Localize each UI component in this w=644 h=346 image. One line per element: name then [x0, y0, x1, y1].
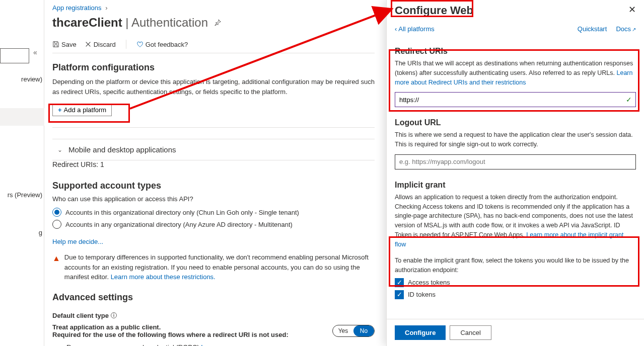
sidebar-search-input[interactable] — [0, 48, 29, 63]
help-me-decide-link[interactable]: Help me decide... — [52, 238, 103, 245]
public-client-toggle[interactable]: Yes No — [332, 325, 375, 337]
radio-icon — [52, 208, 61, 217]
close-icon — [85, 41, 92, 48]
redirect-uris-desc: The URIs that we will accept as destinat… — [395, 59, 636, 87]
logout-url-heading: Logout URL — [395, 118, 636, 127]
discard-button[interactable]: Discard — [85, 41, 116, 48]
checkbox-checked-icon: ✓ — [395, 290, 404, 299]
access-tokens-checkbox[interactable]: ✓ Access tokens — [395, 278, 636, 287]
close-panel-button[interactable]: ✕ — [628, 4, 636, 15]
id-tokens-checkbox[interactable]: ✓ ID tokens — [395, 290, 636, 299]
platform-name: Mobile and desktop applications — [68, 145, 176, 154]
learn-more-link[interactable]: Learn more↗ — [201, 343, 239, 347]
platform-configs-desc: Depending on the platform or device this… — [52, 77, 375, 97]
cancel-button[interactable]: Cancel — [450, 325, 491, 340]
left-sidebar: « review) rs (Preview) g — [0, 0, 44, 346]
restrictions-link[interactable]: Learn more about these restrictions. — [111, 273, 216, 281]
redirect-uri-input[interactable] — [395, 92, 636, 107]
chevron-right-icon: › — [105, 4, 107, 12]
panel-title: Configure Web — [395, 4, 473, 17]
external-link-icon: ↗ — [632, 27, 636, 32]
app-name: thcareClient — [52, 16, 122, 29]
default-client-type-label: Default client type i — [52, 312, 375, 319]
logout-url-input[interactable] — [395, 154, 636, 169]
docs-link[interactable]: Docs↗ — [616, 25, 636, 33]
add-platform-button[interactable]: + Add a platform — [52, 104, 112, 116]
sidebar-item-authentication[interactable] — [0, 108, 44, 126]
breadcrumb-link[interactable]: App registrations — [52, 4, 102, 12]
public-client-desc: Required for the use of the following fl… — [52, 331, 289, 338]
checkbox-checked-icon: ✓ — [395, 278, 404, 287]
configure-web-panel: Configure Web ✕ ‹ All platforms Quicksta… — [386, 0, 644, 346]
warning-callout: ▲ Due to temporary differences in suppor… — [52, 252, 375, 282]
radio-icon — [52, 220, 61, 229]
toggle-no: No — [353, 325, 374, 336]
plus-icon: + — [58, 106, 62, 114]
configure-button[interactable]: Configure — [395, 325, 446, 340]
radio-multi-tenant[interactable]: Accounts in any organizational directory… — [52, 220, 375, 229]
implicit-grant-heading: Implicit grant — [395, 181, 636, 190]
platform-row-mobile-desktop[interactable]: ⌄ Mobile and desktop applications — [52, 139, 375, 160]
chevron-down-icon: ⌄ — [57, 146, 62, 153]
save-button[interactable]: Save — [52, 41, 77, 48]
all-platforms-link[interactable]: ‹ All platforms — [395, 25, 435, 33]
pin-icon[interactable] — [214, 19, 221, 26]
implicit-grant-desc: Allows an application to request a token… — [395, 193, 636, 249]
feedback-button[interactable]: Got feedback? — [136, 41, 188, 48]
toggle-yes: Yes — [333, 325, 353, 336]
check-icon: ✓ — [626, 96, 632, 104]
main-content: App registrations › thcareClient | Authe… — [44, 0, 383, 346]
redirect-uris-heading: Redirect URIs — [395, 47, 636, 56]
implicit-enable-text: To enable the implicit grant flow, selec… — [395, 256, 636, 275]
sidebar-item[interactable]: g — [0, 224, 44, 241]
account-types-heading: Supported account types — [52, 181, 375, 191]
advanced-settings-heading: Advanced settings — [52, 292, 375, 303]
bullet-ropc: Resource owner password credential (ROPC… — [66, 343, 375, 347]
breadcrumb: App registrations › — [52, 0, 375, 14]
heart-icon — [136, 41, 144, 48]
info-icon[interactable]: i — [111, 312, 117, 318]
sidebar-item[interactable]: rs (Preview) — [0, 186, 44, 204]
platform-configs-heading: Platform configurations — [52, 62, 375, 73]
save-icon — [52, 41, 59, 48]
quickstart-link[interactable]: Quickstart — [578, 25, 607, 33]
panel-footer: Configure Cancel — [387, 319, 644, 346]
page-title: thcareClient | Authentication — [52, 14, 375, 36]
collapse-sidebar-button[interactable]: « — [33, 48, 37, 56]
sidebar-item[interactable]: review) — [0, 70, 44, 88]
radio-single-tenant[interactable]: Accounts in this organizational director… — [52, 208, 375, 217]
warning-icon: ▲ — [52, 252, 60, 282]
platform-subline: Redirect URIs: 1 — [52, 160, 375, 168]
account-types-question: Who can use this application or access t… — [52, 195, 375, 203]
toolbar: Save Discard Got feedback? — [52, 36, 375, 53]
public-client-title: Treat application as a public client. — [52, 323, 289, 331]
logout-url-desc: This is where we send a request to have … — [395, 130, 636, 149]
